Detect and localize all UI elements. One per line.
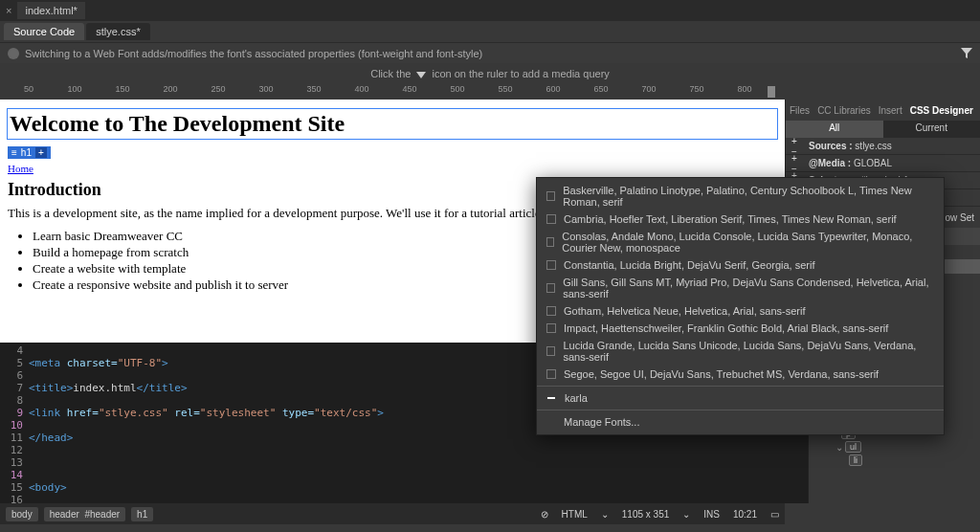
page-h1[interactable]: Welcome to The Development Site [8,109,777,139]
font-option[interactable]: Consolas, Andale Mono, Lucida Console, L… [537,228,944,256]
hint-text: Switching to a Web Font adds/modifies th… [25,48,482,59]
close-icon[interactable]: × [6,5,11,16]
font-option[interactable]: Constantia, Lucida Bright, DejaVu Serif,… [537,256,944,274]
plus-icon[interactable]: + [35,147,47,158]
font-option[interactable]: Cambria, Hoefler Text, Liberation Serif,… [537,211,944,228]
font-family-dropdown[interactable]: Baskerville, Palatino Linotype, Palatino… [536,177,945,435]
hamburger-icon[interactable]: ≡ [11,147,17,158]
crumb-h1[interactable]: h1 [131,507,153,521]
checkbox-icon [546,283,555,293]
panel-subtabs: All Current [786,121,980,138]
font-option[interactable]: Lucida Grande, Lucida Sans Unicode, Luci… [537,337,944,366]
tab-css-designer[interactable]: CSS Designer [910,105,973,116]
checkbox-icon [546,369,556,379]
dash-icon [547,397,555,399]
error-icon[interactable]: ⊘ [541,509,548,520]
filter-icon[interactable] [961,48,972,59]
font-option[interactable]: Segoe, Segoe UI, DejaVu Sans, Trebuchet … [537,366,944,383]
overflow-icon[interactable]: ▭ [770,509,779,520]
checkbox-icon [546,306,556,316]
ins-mode: INS [703,509,720,520]
media-query-hint: Click the icon on the ruler to add a med… [0,63,980,84]
panel-tabs: Files CC Libraries Insert CSS Designer [786,100,980,121]
selection-badge[interactable]: ≡ h1 + [8,146,51,159]
ruler-marker[interactable] [768,86,775,98]
checkbox-icon [546,191,555,201]
checkbox-icon [546,346,555,356]
font-option[interactable]: Gill Sans, Gill Sans MT, Myriad Pro, Dej… [537,274,944,302]
subtab-current[interactable]: Current [883,121,981,138]
checkbox-icon [546,214,556,224]
manage-fonts[interactable]: Manage Fonts... [537,413,944,431]
font-option-karla[interactable]: karla [537,389,944,407]
font-option[interactable]: Baskerville, Palatino Linotype, Palatino… [537,182,944,211]
tab-stlye-css[interactable]: stlye.css* [86,23,149,40]
status-bar: body header #header h1 ⊘ HTML⌄ 1105 x 35… [0,503,785,524]
cursor-pos: 10:21 [733,509,757,520]
file-tab[interactable]: index.html* [17,2,84,19]
checkbox-icon [546,260,556,270]
crumb-body[interactable]: body [6,507,38,521]
home-link[interactable]: Home [8,163,777,174]
dom-ul[interactable]: ul [845,441,861,453]
window-tabs: × index.html* [0,0,980,21]
tab-source-code[interactable]: Source Code [4,23,84,40]
info-icon [8,48,19,59]
ruler[interactable]: 50 100 150 200 250 300 350 400 450 500 5… [0,84,980,100]
triangle-icon [416,72,426,78]
dom-li[interactable]: li [849,454,862,466]
tab-insert[interactable]: Insert [879,105,902,116]
lang-select[interactable]: HTML [562,509,588,520]
media-row[interactable]: + − @Media : GLOBAL [786,155,980,172]
hint-bar: Switching to a Web Font adds/modifies th… [0,42,980,63]
font-option[interactable]: Gotham, Helvetica Neue, Helvetica, Arial… [537,302,944,320]
tab-files[interactable]: Files [790,105,810,116]
tab-cc-libraries[interactable]: CC Libraries [817,105,871,116]
checkbox-icon [546,323,556,333]
checkbox-icon [546,237,554,247]
font-option[interactable]: Impact, Haettenschweiler, Franklin Gothi… [537,320,944,337]
dimensions: 1105 x 351 [622,509,670,520]
line-gutter: 4 5 6 7 8 9 10 11 12 13 14 15 16 17 [0,343,29,503]
doc-tabs: Source Code stlye.css* [0,21,980,42]
crumb-header[interactable]: header #header [44,507,125,521]
sources-row[interactable]: + − Sources : stlye.css [786,138,980,155]
